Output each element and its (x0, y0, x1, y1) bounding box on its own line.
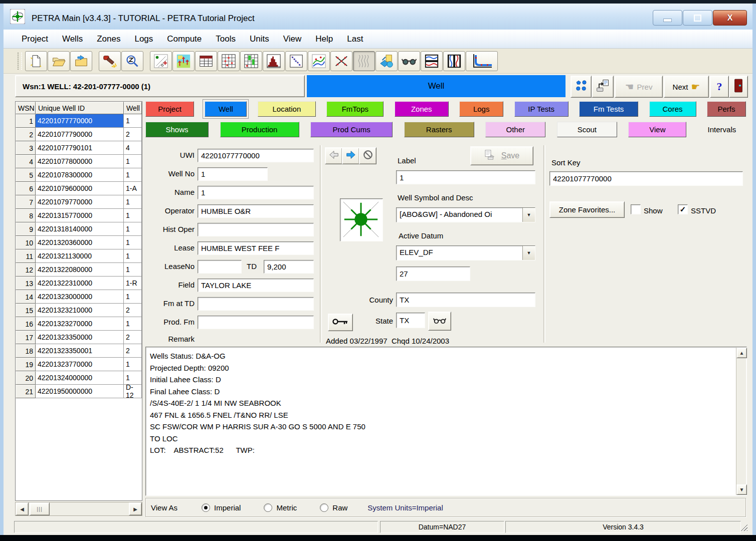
show-checkbox[interactable] (631, 204, 641, 214)
menu-item-units[interactable]: Units (243, 32, 276, 47)
tab-fm-tests[interactable]: Fm Tests (579, 101, 638, 117)
column-header-well[interactable]: Well (124, 102, 142, 114)
uwi-field[interactable] (198, 149, 314, 162)
tab-perfs[interactable]: Perfs (707, 101, 746, 117)
well-symbol-select[interactable]: [ABO&GW] - Abandoned Oi ▼ (396, 207, 535, 222)
chevron-down-icon[interactable]: ▼ (522, 208, 535, 222)
tab-fmtops[interactable]: FmTops (326, 101, 384, 117)
table-row[interactable]: 9422013181400001 (16, 222, 142, 236)
table-row[interactable]: 5422010783000001 (16, 168, 142, 182)
wsn-cell[interactable]: 21 (16, 385, 36, 398)
well-cell[interactable]: 1 (124, 371, 142, 385)
view-as-option-raw[interactable]: Raw (320, 503, 347, 512)
menu-item-help[interactable]: Help (308, 32, 340, 47)
zoom-button[interactable] (121, 51, 143, 71)
tab-rasters[interactable]: Rasters (404, 122, 474, 137)
nav-back-button[interactable] (325, 147, 342, 164)
table-row[interactable]: 10422013203600001 (16, 236, 142, 249)
table-row[interactable]: 4422010778000001 (16, 155, 142, 168)
seismic-button[interactable] (353, 51, 375, 71)
fm-at-td-field[interactable] (198, 297, 314, 311)
table-row[interactable]: 1422010777700001 (16, 114, 142, 128)
state-lookup-button[interactable] (428, 312, 451, 331)
well-table-hscrollbar[interactable]: ◀ ||| ▶ (15, 502, 142, 516)
tab-location[interactable]: Location (258, 101, 316, 117)
wsn-cell[interactable]: 17 (16, 331, 36, 344)
county-field[interactable] (396, 293, 535, 307)
radio-imperial[interactable] (202, 503, 210, 512)
scroll-thumb[interactable]: ||| (30, 502, 50, 515)
grid-red-button[interactable] (218, 51, 240, 71)
table-row[interactable]: 14422013230000001 (16, 290, 142, 304)
table-row[interactable]: 6422010796000001-A (16, 182, 142, 195)
uwi-cell[interactable]: 42201078300000 (36, 168, 124, 182)
import-project-button[interactable] (70, 51, 92, 71)
wsn-cell[interactable]: 12 (16, 263, 36, 277)
menu-item-view[interactable]: View (276, 32, 309, 47)
minimize-button[interactable] (653, 10, 682, 26)
log-panels-vertical-button[interactable] (443, 51, 465, 71)
table-row[interactable]: 18422013233500012 (16, 344, 142, 358)
table-row[interactable]: 20422013240000001 (16, 371, 142, 385)
spreadsheet-button[interactable] (195, 51, 217, 71)
uwi-cell[interactable]: 42201077790000 (36, 128, 124, 141)
tab-project[interactable]: Project (145, 101, 194, 117)
well-cell[interactable]: 1-A (124, 182, 142, 195)
well-cell[interactable]: 1 (124, 209, 142, 222)
wsn-cell[interactable]: 7 (16, 195, 36, 209)
tab-logs[interactable]: Logs (459, 101, 503, 117)
well-cell[interactable]: 1 (124, 114, 142, 128)
well-cell[interactable]: 1 (124, 317, 142, 331)
contour-map-button[interactable] (308, 51, 330, 71)
log-panels-button[interactable] (421, 51, 443, 71)
datum-elevation-field[interactable] (396, 266, 470, 281)
wsn-cell[interactable]: 2 (16, 128, 36, 141)
exit-button[interactable] (729, 76, 748, 98)
name-field[interactable] (198, 186, 314, 199)
table-row[interactable]: 7422010797700001 (16, 195, 142, 209)
remark-textarea[interactable]: Wells Status: D&A-OG Projected Depth: 09… (145, 347, 747, 496)
hist-oper-field[interactable] (198, 223, 314, 236)
tab-prod-cums[interactable]: Prod Cums (310, 122, 393, 137)
menu-item-wells[interactable]: Wells (55, 32, 90, 47)
wsn-cell[interactable]: 5 (16, 168, 36, 182)
wsn-cell[interactable]: 11 (16, 249, 36, 263)
zone-favorites-button[interactable]: Zone Favorites... (549, 201, 625, 218)
wsn-cell[interactable]: 20 (16, 371, 36, 385)
uwi-cell[interactable]: 42201077770000 (36, 114, 124, 128)
histogram-button[interactable] (263, 51, 285, 71)
layers-3d-button[interactable] (375, 51, 398, 71)
table-row[interactable]: 19422013237700001 (16, 358, 142, 371)
active-datum-select[interactable]: ELEV_DF ▼ (396, 245, 535, 260)
radio-metric[interactable] (264, 503, 272, 512)
cross-section-button[interactable] (330, 51, 352, 71)
uwi-cell[interactable]: 42201324000000 (36, 371, 124, 385)
td-field[interactable] (264, 260, 314, 274)
open-project-button[interactable] (48, 51, 70, 71)
tab-scout[interactable]: Scout (557, 122, 617, 137)
uwi-cell[interactable]: 42201950000000 (36, 385, 124, 398)
label-field[interactable] (396, 170, 535, 184)
well-cell[interactable]: 1 (124, 155, 142, 168)
menu-item-logs[interactable]: Logs (127, 32, 160, 47)
well-no-field[interactable] (198, 167, 268, 181)
resize-grip[interactable] (740, 524, 747, 531)
tab-well[interactable]: Well (205, 101, 247, 117)
wsn-cell[interactable]: 19 (16, 358, 36, 371)
wsn-cell[interactable]: 1 (16, 114, 36, 128)
table-row[interactable]: 8422013157700001 (16, 209, 142, 222)
well-cell[interactable]: D-12 (124, 385, 142, 398)
uwi-cell[interactable]: 42201077790101 (36, 141, 124, 155)
well-cell[interactable]: 1 (124, 236, 142, 249)
wsn-cell[interactable]: 10 (16, 236, 36, 249)
uwi-cell[interactable]: 42201321130000 (36, 249, 124, 263)
well-cell[interactable]: 4 (124, 141, 142, 155)
wsn-cell[interactable]: 13 (16, 277, 36, 290)
well-cell[interactable]: 2 (124, 344, 142, 358)
well-cell[interactable]: 2 (124, 128, 142, 141)
lease-field[interactable] (198, 241, 314, 255)
table-row[interactable]: 13422013223100001-R (16, 277, 142, 290)
uwi-cell[interactable]: 42201077800000 (36, 155, 124, 168)
tab-intervals[interactable]: Intervals (698, 122, 746, 137)
uwi-cell[interactable]: 42201323000000 (36, 290, 124, 304)
